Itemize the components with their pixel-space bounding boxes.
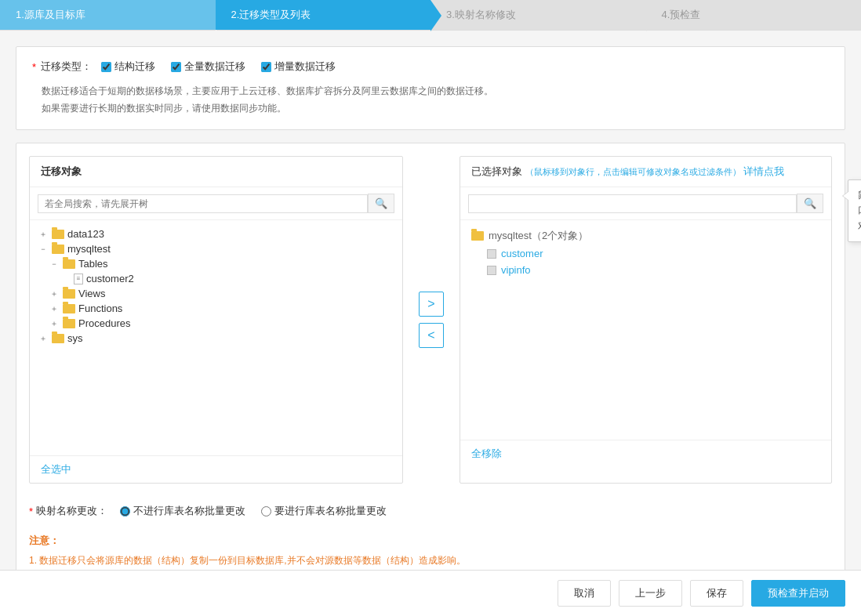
- select-all-button[interactable]: 全选中: [41, 462, 71, 476]
- tree-node-tables[interactable]: － Tables: [49, 256, 394, 271]
- step-4[interactable]: 4.预检查: [646, 0, 862, 30]
- selected-db-name: mysqltest（2个对象）: [489, 229, 588, 243]
- tree-node-procedures[interactable]: ＋ Procedures: [49, 316, 394, 331]
- right-panel-header: 已选择对象 （鼠标移到对象行，点击编辑可修改对象名或过滤条件） 详情点我: [460, 157, 831, 187]
- step-2[interactable]: 2.迁移类型及列表: [216, 0, 431, 30]
- toggle-tables[interactable]: －: [49, 259, 60, 270]
- radio-batch-label: 要进行库表名称批量更改: [274, 504, 387, 518]
- selected-db-label: mysqltest（2个对象）: [468, 226, 823, 245]
- toggle-functions[interactable]: ＋: [49, 303, 60, 314]
- migration-type-row: * 迁移类型： 结构迁移 全量数据迁移 增量数据迁移: [32, 60, 829, 74]
- selected-search-row: 🔍: [460, 187, 831, 220]
- folder-icon-mysqltest: [52, 245, 64, 254]
- folder-icon-views: [63, 289, 75, 299]
- file-icon-customer: [487, 249, 496, 259]
- cancel-button[interactable]: 取消: [558, 580, 611, 607]
- radio-no-batch-label: 不进行库表名称批量更改: [133, 504, 245, 518]
- mapping-row: * 映射名称更改： 不进行库表名称批量更改 要进行库表名称批量更改: [29, 496, 832, 526]
- folder-icon-procedures: [63, 319, 75, 328]
- toggle-sys[interactable]: ＋: [38, 333, 49, 344]
- label-mysqltest: mysqltest: [67, 243, 111, 255]
- step-1-label: 1.源库及目标库: [16, 8, 85, 22]
- radio-no-batch[interactable]: 不进行库表名称批量更改: [120, 504, 245, 518]
- deselect-all-button[interactable]: 全移除: [471, 447, 502, 461]
- left-panel-header: 迁移对象: [30, 157, 402, 187]
- step-3-label: 3.映射名称修改: [446, 8, 516, 22]
- folder-icon-tables: [63, 259, 75, 269]
- selected-item-vipinfo[interactable]: vipinfo: [484, 262, 823, 278]
- move-right-button[interactable]: >: [419, 292, 444, 317]
- checkbox-incremental-label: 增量数据迁移: [274, 60, 336, 74]
- move-left-button[interactable]: <: [419, 323, 444, 348]
- step-3[interactable]: 3.映射名称修改: [430, 0, 646, 30]
- tree-node-views[interactable]: ＋ Views: [49, 286, 394, 301]
- radio-batch-input[interactable]: [261, 506, 271, 516]
- main-content: * 迁移类型： 结构迁移 全量数据迁移 增量数据迁移 数据迁移适合于短期的数据移…: [0, 31, 861, 616]
- label-data123: data123: [67, 228, 104, 240]
- label-views: Views: [78, 288, 105, 299]
- panel-row: 迁移对象 🔍 ＋ data123 －: [29, 156, 832, 484]
- detail-link[interactable]: 详情点我: [743, 165, 784, 179]
- stepper: 1.源库及目标库 2.迁移类型及列表 3.映射名称修改 4.预检查: [0, 0, 861, 31]
- left-panel: 迁移对象 🔍 ＋ data123 －: [29, 156, 403, 484]
- label-procedures: Procedures: [78, 317, 130, 329]
- search-input[interactable]: [38, 194, 368, 213]
- search-button[interactable]: 🔍: [368, 194, 394, 213]
- right-panel-header-label: 已选择对象: [471, 165, 522, 177]
- prev-button[interactable]: 上一步: [619, 580, 682, 607]
- bottom-bar: 取消 上一步 保存 预检查并启动: [0, 570, 861, 616]
- selected-item-customer[interactable]: customer: [484, 245, 823, 262]
- label-customer2: customer2: [86, 273, 134, 284]
- label-vipinfo: vipinfo: [501, 264, 531, 276]
- selected-area: mysqltest（2个对象） customer vipinfo: [460, 220, 831, 440]
- label-customer: customer: [501, 248, 543, 259]
- tooltip-text: 鼠标移到对象上，点击编辑入口，即可配置源跟目标实例的对象名映射及迁移列选择: [858, 190, 861, 230]
- folder-icon-data123: [52, 230, 64, 239]
- checkbox-full[interactable]: 全量数据迁移: [171, 60, 245, 74]
- tooltip-box: 鼠标移到对象上，点击编辑入口，即可配置源跟目标实例的对象名映射及迁移列选择: [848, 179, 861, 242]
- arrow-col: > <: [416, 156, 447, 484]
- mapping-label: 映射名称更改：: [36, 504, 107, 518]
- tree-node-functions[interactable]: ＋ Functions: [49, 301, 394, 316]
- desc-line1: 数据迁移适合于短期的数据移场景，主要应用于上云迁移、数据库扩容拆分及阿里云数据库…: [42, 83, 829, 100]
- tree-node-mysqltest[interactable]: － mysqltest: [38, 241, 394, 256]
- tree-node-sys[interactable]: ＋ sys: [38, 331, 394, 346]
- label-sys: sys: [67, 332, 83, 344]
- checkbox-structure-input[interactable]: [101, 62, 111, 72]
- checkbox-incremental[interactable]: 增量数据迁移: [261, 60, 336, 74]
- folder-icon-functions: [63, 304, 75, 313]
- radio-batch[interactable]: 要进行库表名称批量更改: [261, 504, 387, 518]
- checkbox-incremental-input[interactable]: [261, 62, 271, 72]
- selected-search-button[interactable]: 🔍: [797, 194, 823, 213]
- search-row: 🔍: [30, 187, 402, 220]
- right-panel: 已选择对象 （鼠标移到对象行，点击编辑可修改对象名或过滤条件） 详情点我 🔍 m…: [460, 156, 832, 484]
- desc-line2: 如果需要进行长期的数据实时同步，请使用数据同步功能。: [42, 100, 829, 118]
- toggle-data123[interactable]: ＋: [38, 229, 49, 240]
- notes-title: 注意：: [29, 534, 832, 548]
- save-button[interactable]: 保存: [690, 580, 743, 607]
- radio-no-batch-input[interactable]: [120, 506, 130, 516]
- migration-desc: 数据迁移适合于短期的数据移场景，主要应用于上云迁移、数据库扩容拆分及阿里云数据库…: [42, 83, 829, 117]
- migration-type-label: 迁移类型：: [41, 60, 92, 74]
- step-4-label: 4.预检查: [662, 8, 701, 22]
- tree-node-data123[interactable]: ＋ data123: [38, 226, 394, 241]
- tree-node-customer2[interactable]: ▸ ≡ customer2: [60, 271, 394, 286]
- mapping-required: *: [29, 505, 33, 517]
- left-panel-title: 迁移对象: [41, 165, 82, 177]
- step-1[interactable]: 1.源库及目标库: [0, 0, 216, 30]
- tree-area: ＋ data123 － mysqltest － Tables: [30, 220, 402, 455]
- required-star: *: [32, 61, 36, 73]
- checkbox-full-input[interactable]: [171, 62, 181, 72]
- checkbox-full-label: 全量数据迁移: [184, 60, 245, 74]
- next-button[interactable]: 预检查并启动: [751, 580, 845, 607]
- file-icon-vipinfo: [487, 266, 496, 275]
- toggle-views[interactable]: ＋: [49, 288, 60, 299]
- label-tables: Tables: [78, 258, 108, 270]
- label-functions: Functions: [78, 303, 122, 314]
- file-icon-customer2: ≡: [74, 274, 83, 284]
- checkbox-structure[interactable]: 结构迁移: [101, 60, 155, 74]
- toggle-procedures[interactable]: ＋: [49, 318, 60, 329]
- toggle-mysqltest[interactable]: －: [38, 244, 49, 255]
- selected-search-input[interactable]: [468, 194, 797, 213]
- notes-item-1: 1. 数据迁移只会将源库的数据（结构）复制一份到目标数据库,并不会对源数据等数据…: [29, 553, 832, 570]
